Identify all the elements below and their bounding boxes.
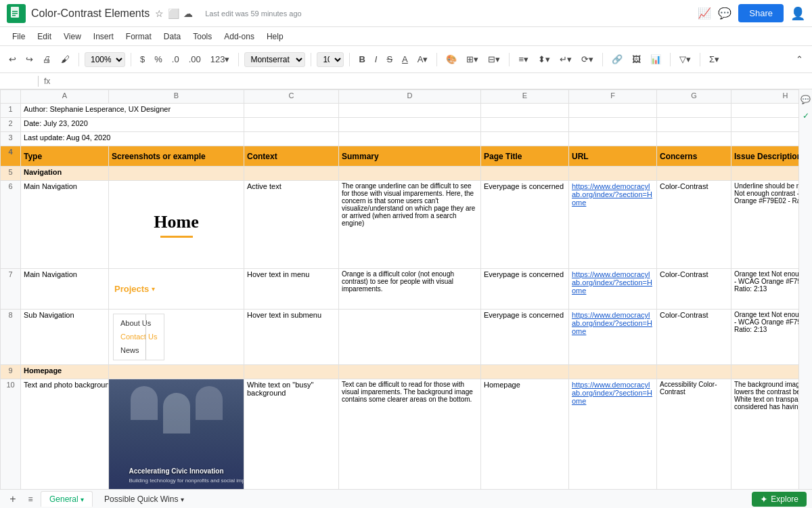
- cell-r8-context[interactable]: Hover text in submenu: [244, 310, 339, 365]
- decimal-button-2[interactable]: .00: [185, 51, 204, 67]
- sheet-list-button[interactable]: ≡: [23, 492, 38, 507]
- format-123-button[interactable]: 123▾: [207, 51, 233, 67]
- textrotate-button[interactable]: ⟳▾: [578, 51, 597, 67]
- cell-r10-summary[interactable]: Text can be difficult to read for those …: [339, 379, 481, 489]
- cell-r6-url-link[interactable]: https://www.democracylab.org/index/?sect…: [572, 182, 652, 207]
- menu-format[interactable]: Format: [120, 29, 157, 44]
- comments-icon[interactable]: 💬: [718, 7, 731, 20]
- cell-r6-issue[interactable]: Underline should be not orange - Not eno…: [731, 181, 799, 269]
- fill-color-button[interactable]: 🎨: [443, 51, 460, 67]
- cell-r8-type[interactable]: Sub Navigation: [21, 310, 109, 365]
- user-icon[interactable]: 👤: [790, 6, 805, 21]
- cell-r10-concerns[interactable]: Accessibility Color-Contrast: [657, 379, 731, 489]
- filter-button[interactable]: ▽▾: [676, 51, 694, 67]
- header-concerns[interactable]: Concerns: [657, 146, 731, 167]
- image-button[interactable]: 🖼: [629, 51, 644, 67]
- font-size-select[interactable]: 10: [317, 52, 344, 67]
- menu-insert[interactable]: Insert: [88, 29, 119, 44]
- cell-r10-type[interactable]: Text and photo background: [21, 379, 109, 489]
- cell-r7-issue[interactable]: Orange text Not enough contrast - WCAG O…: [731, 269, 799, 310]
- underline-button[interactable]: A: [399, 51, 411, 67]
- cell-r7-page[interactable]: Everypage is concerned: [481, 269, 569, 310]
- link-button[interactable]: 🔗: [608, 51, 626, 67]
- cell-r1c1[interactable]: Author: Stephanie Lesperance, UX Designe…: [21, 104, 244, 118]
- decimal-button-1[interactable]: .0: [168, 51, 183, 67]
- add-sheet-button[interactable]: +: [5, 492, 20, 507]
- cell-r7-type[interactable]: Main Navigation: [21, 269, 109, 310]
- header-summary[interactable]: Summary: [339, 146, 481, 167]
- halign-button[interactable]: ≡▾: [515, 51, 532, 67]
- cell-r7-url-link[interactable]: https://www.democracylab.org/index/?sect…: [572, 270, 652, 295]
- menu-file[interactable]: File: [7, 29, 30, 44]
- cell-r10-page[interactable]: Homepage: [481, 379, 569, 489]
- cell-r6-url[interactable]: https://www.democracylab.org/index/?sect…: [569, 181, 657, 269]
- cell-r3c1[interactable]: Last update: Aug 04, 2020: [21, 132, 244, 146]
- col-header-h[interactable]: H: [731, 90, 799, 104]
- cell-r8-url[interactable]: https://www.democracylab.org/index/?sect…: [569, 310, 657, 365]
- zoom-select[interactable]: 100%: [85, 52, 125, 67]
- col-header-g[interactable]: G: [657, 90, 731, 104]
- col-header-a[interactable]: A: [21, 90, 109, 104]
- cell-r8-url-link[interactable]: https://www.democracylab.org/index/?sect…: [572, 311, 652, 335]
- cell-r10-issue[interactable]: The background image cont... > it lowers…: [731, 379, 799, 489]
- star-icon[interactable]: ☆: [155, 8, 164, 19]
- activity-icon[interactable]: 📈: [698, 7, 711, 20]
- sheet-tab-general[interactable]: General ▾: [41, 491, 93, 507]
- valign-button[interactable]: ⬍▾: [535, 51, 554, 67]
- chart-button[interactable]: 📊: [647, 51, 664, 67]
- cell-r8-issue[interactable]: Orange text Not enough contrast - WCAG O…: [731, 310, 799, 365]
- menu-view[interactable]: View: [58, 29, 87, 44]
- italic-button[interactable]: I: [371, 51, 381, 67]
- menu-tools[interactable]: Tools: [187, 29, 217, 44]
- cell-r10-url[interactable]: https://www.democracylab.org/index/?sect…: [569, 379, 657, 489]
- header-page-title[interactable]: Page Title: [481, 146, 569, 167]
- textwrap-button[interactable]: ↵▾: [556, 51, 575, 67]
- cell-r10-url-link[interactable]: https://www.democracylab.org/index/?sect…: [572, 381, 652, 405]
- strikethrough-button[interactable]: S: [383, 51, 396, 67]
- cell-r6-page[interactable]: Everypage is concerned: [481, 181, 569, 269]
- cell-r10-context[interactable]: White text on "busy" background: [244, 379, 339, 489]
- borders-button[interactable]: ⊞▾: [463, 51, 482, 67]
- col-header-f[interactable]: F: [569, 90, 657, 104]
- print-button[interactable]: 🖨: [39, 51, 55, 67]
- cell-r6-type[interactable]: Main Navigation: [21, 181, 109, 269]
- header-screenshots[interactable]: Screenshots or example: [109, 146, 244, 167]
- sheet-tab-quick-wins[interactable]: Possible Quick Wins ▾: [95, 491, 193, 507]
- cloud-icon[interactable]: ☁: [183, 8, 193, 19]
- cell-r7-url[interactable]: https://www.democracylab.org/index/?sect…: [569, 269, 657, 310]
- col-header-b[interactable]: B: [109, 90, 244, 104]
- cell-r6-context[interactable]: Active text: [244, 181, 339, 269]
- cell-r7-summary[interactable]: Orange is a difficult color (not enough …: [339, 269, 481, 310]
- merge-button[interactable]: ⊟▾: [484, 51, 503, 67]
- col-header-e[interactable]: E: [481, 90, 569, 104]
- redo-button[interactable]: ↪: [22, 51, 37, 67]
- cell-r8-concerns[interactable]: Color-Contrast: [657, 310, 731, 365]
- folder-icon[interactable]: ⬜: [168, 8, 179, 19]
- header-issue-desc[interactable]: Issue Description: [731, 146, 799, 167]
- explore-button[interactable]: ✦ Explore: [752, 492, 807, 507]
- percent-button[interactable]: %: [151, 51, 166, 67]
- header-url[interactable]: URL: [569, 146, 657, 167]
- col-header-d[interactable]: D: [339, 90, 481, 104]
- checkmark-panel-icon[interactable]: ✓: [803, 111, 809, 121]
- comments-panel-icon[interactable]: 💬: [800, 95, 811, 104]
- currency-button[interactable]: $: [137, 51, 148, 67]
- cell-r7-context[interactable]: Hover text in menu: [244, 269, 339, 310]
- cell-r9-type[interactable]: Homepage: [21, 365, 109, 379]
- cell-r7-concerns[interactable]: Color-Contrast: [657, 269, 731, 310]
- cell-r8-page[interactable]: Everypage is concerned: [481, 310, 569, 365]
- cell-r6-summary[interactable]: The orange underline can be difficult to…: [339, 181, 481, 269]
- cell-r2c1[interactable]: Date: July 23, 2020: [21, 118, 244, 132]
- cell-r5-type[interactable]: Navigation: [21, 167, 109, 181]
- col-header-c[interactable]: C: [244, 90, 339, 104]
- undo-button[interactable]: ↩: [5, 51, 20, 67]
- paintformat-button[interactable]: 🖌: [58, 51, 73, 67]
- expand-button[interactable]: ⌃: [792, 51, 807, 67]
- share-button[interactable]: Share: [738, 4, 784, 22]
- menu-edit[interactable]: Edit: [32, 29, 57, 44]
- menu-addons[interactable]: Add-ons: [219, 29, 260, 44]
- text-color-button[interactable]: A▾: [414, 51, 432, 67]
- header-type[interactable]: Type: [21, 146, 109, 167]
- bold-button[interactable]: B: [355, 51, 368, 67]
- header-context[interactable]: Context: [244, 146, 339, 167]
